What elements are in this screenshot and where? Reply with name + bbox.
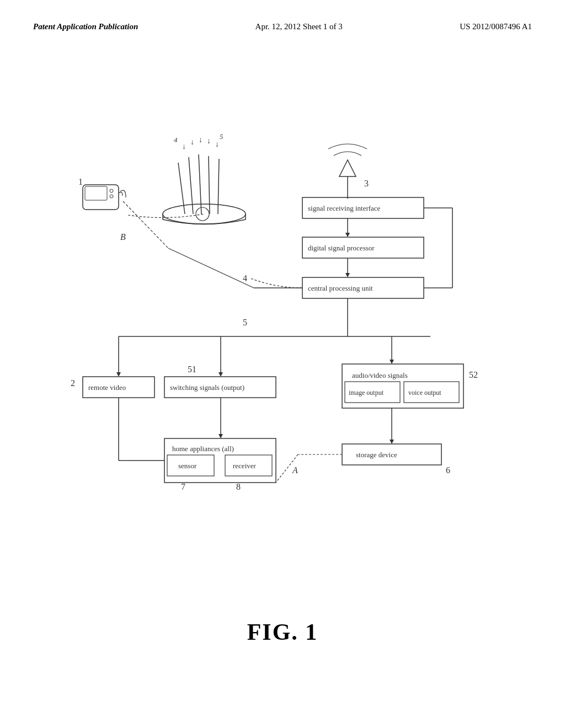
- svg-text:audio/video signals: audio/video signals: [352, 371, 408, 379]
- svg-text:4: 4: [243, 274, 247, 283]
- diagram-area: ↓ ↓ ↓ ↓ ↓ 4 5 1 B 3: [33, 72, 530, 623]
- svg-point-17: [110, 195, 113, 198]
- svg-line-3: [199, 154, 201, 214]
- publication-label: Patent Application Publication: [33, 22, 138, 31]
- svg-rect-14: [83, 185, 119, 210]
- svg-text:3: 3: [364, 179, 369, 188]
- svg-line-36: [168, 248, 254, 288]
- svg-text:4: 4: [174, 136, 178, 144]
- svg-line-4: [209, 156, 210, 214]
- svg-text:sensor: sensor: [178, 462, 197, 470]
- signal-receiving-label: signal receiving interface: [308, 204, 381, 212]
- svg-text:7: 7: [181, 482, 185, 491]
- svg-marker-49: [218, 372, 223, 377]
- patent-number-label: US 2012/0087496 A1: [460, 22, 532, 31]
- svg-marker-54: [390, 360, 394, 364]
- svg-text:receiver: receiver: [233, 462, 257, 470]
- svg-text:6: 6: [446, 465, 450, 475]
- svg-marker-75: [390, 440, 394, 444]
- svg-text:↓: ↓: [182, 142, 186, 151]
- svg-line-35: [123, 201, 168, 248]
- svg-line-5: [218, 159, 219, 214]
- page-header: Patent Application Publication Apr. 12, …: [0, 0, 565, 31]
- svg-text:digital signal processor: digital signal processor: [308, 244, 375, 252]
- svg-point-16: [110, 189, 113, 192]
- svg-text:2: 2: [71, 378, 75, 388]
- svg-text:switching signals (output): switching signals (output): [170, 383, 244, 392]
- svg-text:5: 5: [220, 132, 223, 141]
- svg-text:1: 1: [78, 177, 83, 186]
- svg-marker-30: [345, 273, 350, 277]
- patent-diagram: ↓ ↓ ↓ ↓ ↓ 4 5 1 B 3: [33, 72, 530, 623]
- svg-marker-20: [339, 160, 356, 176]
- svg-text:52: 52: [469, 370, 478, 379]
- figure-label: FIG. 1: [247, 619, 318, 645]
- svg-text:image output: image output: [349, 389, 384, 397]
- svg-text:↓: ↓: [199, 136, 202, 144]
- svg-text:B: B: [120, 232, 126, 242]
- svg-text:↓: ↓: [207, 137, 211, 145]
- svg-text:central processing unit: central processing unit: [308, 284, 373, 292]
- svg-text:A: A: [292, 465, 298, 475]
- svg-text:home appliances (all): home appliances (all): [172, 445, 234, 453]
- svg-point-0: [163, 204, 246, 224]
- svg-text:↓: ↓: [190, 138, 194, 146]
- svg-text:↓: ↓: [215, 140, 219, 148]
- svg-rect-55: [342, 364, 463, 408]
- svg-marker-26: [345, 233, 350, 237]
- svg-marker-63: [218, 434, 223, 438]
- svg-text:5: 5: [243, 318, 247, 327]
- date-sheet-label: Apr. 12, 2012 Sheet 1 of 3: [255, 22, 343, 31]
- svg-rect-15: [85, 186, 107, 200]
- svg-marker-44: [116, 372, 121, 377]
- svg-text:voice output: voice output: [408, 389, 441, 397]
- svg-text:remote video: remote video: [88, 383, 126, 392]
- svg-line-2: [189, 157, 193, 214]
- svg-text:storage device: storage device: [356, 451, 397, 459]
- svg-text:51: 51: [188, 365, 196, 374]
- svg-text:8: 8: [236, 482, 241, 491]
